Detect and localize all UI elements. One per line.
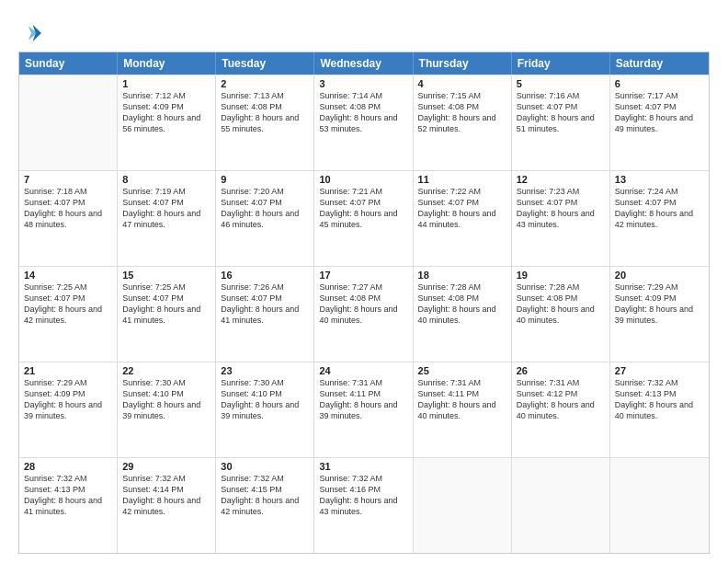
logo-icon <box>18 20 44 46</box>
calendar-body: 1Sunrise: 7:12 AMSunset: 4:09 PMDaylight… <box>19 75 709 553</box>
calendar-cell-19: 19Sunrise: 7:28 AMSunset: 4:08 PMDayligh… <box>512 267 610 362</box>
calendar-cell-24: 24Sunrise: 7:31 AMSunset: 4:11 PMDayligh… <box>314 362 413 457</box>
calendar-cell-4: 4Sunrise: 7:15 AMSunset: 4:08 PMDaylight… <box>414 75 512 170</box>
day-number: 26 <box>517 365 605 376</box>
calendar-cell-2: 2Sunrise: 7:13 AMSunset: 4:08 PMDaylight… <box>216 75 314 170</box>
calendar-cell-14: 14Sunrise: 7:25 AMSunset: 4:07 PMDayligh… <box>19 267 118 362</box>
day-number: 6 <box>615 78 704 89</box>
day-info: Sunrise: 7:24 AMSunset: 4:07 PMDaylight:… <box>615 186 704 231</box>
day-number: 31 <box>319 461 407 472</box>
calendar-cell-6: 6Sunrise: 7:17 AMSunset: 4:07 PMDaylight… <box>610 75 709 170</box>
logo <box>18 20 48 46</box>
calendar: SundayMondayTuesdayWednesdayThursdayFrid… <box>18 52 710 554</box>
day-number: 21 <box>24 365 112 376</box>
weekday-header-tuesday: Tuesday <box>216 52 314 75</box>
calendar-cell-12: 12Sunrise: 7:23 AMSunset: 4:07 PMDayligh… <box>512 171 610 266</box>
weekday-header-monday: Monday <box>118 52 216 75</box>
calendar-cell-18: 18Sunrise: 7:28 AMSunset: 4:08 PMDayligh… <box>414 267 512 362</box>
weekday-header-sunday: Sunday <box>19 52 118 75</box>
day-number: 28 <box>24 461 112 472</box>
day-info: Sunrise: 7:21 AMSunset: 4:07 PMDaylight:… <box>319 186 407 231</box>
day-number: 8 <box>122 174 210 185</box>
calendar-cell-21: 21Sunrise: 7:29 AMSunset: 4:09 PMDayligh… <box>19 362 118 457</box>
day-info: Sunrise: 7:31 AMSunset: 4:11 PMDaylight:… <box>418 377 506 422</box>
day-info: Sunrise: 7:29 AMSunset: 4:09 PMDaylight:… <box>615 282 704 327</box>
day-info: Sunrise: 7:30 AMSunset: 4:10 PMDaylight:… <box>221 377 309 422</box>
calendar-cell-20: 20Sunrise: 7:29 AMSunset: 4:09 PMDayligh… <box>610 267 709 362</box>
day-info: Sunrise: 7:28 AMSunset: 4:08 PMDaylight:… <box>418 282 506 327</box>
day-info: Sunrise: 7:15 AMSunset: 4:08 PMDaylight:… <box>418 90 506 135</box>
calendar-cell-empty-4-4 <box>414 458 512 553</box>
day-number: 22 <box>122 365 210 376</box>
calendar-page: SundayMondayTuesdayWednesdayThursdayFrid… <box>0 0 728 563</box>
calendar-cell-empty-4-6 <box>610 458 709 553</box>
day-number: 23 <box>221 365 309 376</box>
day-number: 10 <box>319 174 407 185</box>
calendar-week-1: 1Sunrise: 7:12 AMSunset: 4:09 PMDaylight… <box>19 75 709 170</box>
day-number: 24 <box>319 365 407 376</box>
day-info: Sunrise: 7:32 AMSunset: 4:13 PMDaylight:… <box>24 473 112 518</box>
day-number: 4 <box>418 78 506 89</box>
day-number: 7 <box>24 174 112 185</box>
day-info: Sunrise: 7:32 AMSunset: 4:14 PMDaylight:… <box>122 473 210 518</box>
day-info: Sunrise: 7:29 AMSunset: 4:09 PMDaylight:… <box>24 377 112 422</box>
day-info: Sunrise: 7:32 AMSunset: 4:16 PMDaylight:… <box>319 473 407 518</box>
day-info: Sunrise: 7:19 AMSunset: 4:07 PMDaylight:… <box>122 186 210 231</box>
day-number: 9 <box>221 174 309 185</box>
day-number: 14 <box>24 270 112 281</box>
calendar-cell-26: 26Sunrise: 7:31 AMSunset: 4:12 PMDayligh… <box>512 362 610 457</box>
day-info: Sunrise: 7:26 AMSunset: 4:07 PMDaylight:… <box>221 282 309 327</box>
day-info: Sunrise: 7:32 AMSunset: 4:13 PMDaylight:… <box>615 377 704 422</box>
calendar-cell-15: 15Sunrise: 7:25 AMSunset: 4:07 PMDayligh… <box>118 267 216 362</box>
day-number: 27 <box>615 365 704 376</box>
day-number: 1 <box>122 78 210 89</box>
day-number: 2 <box>221 78 309 89</box>
calendar-week-3: 14Sunrise: 7:25 AMSunset: 4:07 PMDayligh… <box>19 266 709 362</box>
day-info: Sunrise: 7:28 AMSunset: 4:08 PMDaylight:… <box>517 282 605 327</box>
weekday-header-saturday: Saturday <box>610 52 709 75</box>
day-number: 18 <box>418 270 506 281</box>
calendar-cell-25: 25Sunrise: 7:31 AMSunset: 4:11 PMDayligh… <box>414 362 512 457</box>
weekday-header-wednesday: Wednesday <box>314 52 413 75</box>
day-info: Sunrise: 7:17 AMSunset: 4:07 PMDaylight:… <box>615 90 704 135</box>
calendar-week-2: 7Sunrise: 7:18 AMSunset: 4:07 PMDaylight… <box>19 170 709 266</box>
calendar-cell-31: 31Sunrise: 7:32 AMSunset: 4:16 PMDayligh… <box>314 458 413 553</box>
calendar-cell-5: 5Sunrise: 7:16 AMSunset: 4:07 PMDaylight… <box>512 75 610 170</box>
day-number: 12 <box>517 174 605 185</box>
day-info: Sunrise: 7:25 AMSunset: 4:07 PMDaylight:… <box>122 282 210 327</box>
day-number: 15 <box>122 270 210 281</box>
day-info: Sunrise: 7:18 AMSunset: 4:07 PMDaylight:… <box>24 186 112 231</box>
calendar-cell-13: 13Sunrise: 7:24 AMSunset: 4:07 PMDayligh… <box>610 171 709 266</box>
day-info: Sunrise: 7:23 AMSunset: 4:07 PMDaylight:… <box>517 186 605 231</box>
day-info: Sunrise: 7:31 AMSunset: 4:11 PMDaylight:… <box>319 377 407 422</box>
calendar-cell-8: 8Sunrise: 7:19 AMSunset: 4:07 PMDaylight… <box>118 171 216 266</box>
calendar-cell-9: 9Sunrise: 7:20 AMSunset: 4:07 PMDaylight… <box>216 171 314 266</box>
calendar-cell-28: 28Sunrise: 7:32 AMSunset: 4:13 PMDayligh… <box>19 458 118 553</box>
day-number: 29 <box>122 461 210 472</box>
day-info: Sunrise: 7:31 AMSunset: 4:12 PMDaylight:… <box>517 377 605 422</box>
day-number: 19 <box>517 270 605 281</box>
calendar-header: SundayMondayTuesdayWednesdayThursdayFrid… <box>19 52 709 75</box>
calendar-cell-empty-4-5 <box>512 458 610 553</box>
day-number: 30 <box>221 461 309 472</box>
page-header <box>18 17 710 46</box>
day-number: 17 <box>319 270 407 281</box>
day-info: Sunrise: 7:20 AMSunset: 4:07 PMDaylight:… <box>221 186 309 231</box>
day-info: Sunrise: 7:22 AMSunset: 4:07 PMDaylight:… <box>418 186 506 231</box>
day-number: 16 <box>221 270 309 281</box>
calendar-cell-7: 7Sunrise: 7:18 AMSunset: 4:07 PMDaylight… <box>19 171 118 266</box>
weekday-header-thursday: Thursday <box>414 52 512 75</box>
calendar-cell-3: 3Sunrise: 7:14 AMSunset: 4:08 PMDaylight… <box>314 75 413 170</box>
day-number: 25 <box>418 365 506 376</box>
day-number: 11 <box>418 174 506 185</box>
calendar-cell-1: 1Sunrise: 7:12 AMSunset: 4:09 PMDaylight… <box>118 75 216 170</box>
day-info: Sunrise: 7:25 AMSunset: 4:07 PMDaylight:… <box>24 282 112 327</box>
day-number: 13 <box>615 174 704 185</box>
day-info: Sunrise: 7:16 AMSunset: 4:07 PMDaylight:… <box>517 90 605 135</box>
day-info: Sunrise: 7:30 AMSunset: 4:10 PMDaylight:… <box>122 377 210 422</box>
calendar-cell-17: 17Sunrise: 7:27 AMSunset: 4:08 PMDayligh… <box>314 267 413 362</box>
weekday-header-friday: Friday <box>512 52 610 75</box>
day-number: 5 <box>517 78 605 89</box>
day-info: Sunrise: 7:27 AMSunset: 4:08 PMDaylight:… <box>319 282 407 327</box>
day-number: 20 <box>615 270 704 281</box>
